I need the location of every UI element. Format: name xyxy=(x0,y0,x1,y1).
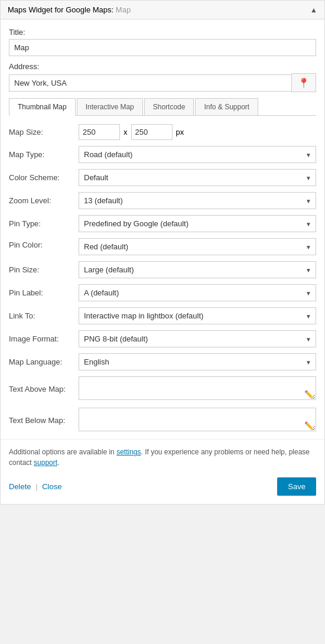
address-search-button[interactable]: 📍 xyxy=(291,73,316,92)
pin-size-wrapper: Large (default) Medium Small xyxy=(79,261,316,278)
collapse-icon[interactable]: ▲ xyxy=(310,6,317,14)
link-to-label: Link To: xyxy=(9,311,74,320)
title-input[interactable] xyxy=(9,39,316,56)
color-scheme-wrapper: Default Light Dark xyxy=(79,169,316,186)
map-size-inputs: x px xyxy=(79,124,316,140)
image-format-wrapper: PNG 8-bit (default) PNG 32-bit JPEG xyxy=(79,330,316,347)
settings-link[interactable]: settings xyxy=(116,448,141,456)
pin-type-wrapper: Predefined by Google (default) Custom xyxy=(79,215,316,232)
support-link[interactable]: support xyxy=(34,458,57,467)
text-above-label: Text Above Map: xyxy=(9,385,74,393)
color-scheme-label: Color Scheme: xyxy=(9,173,74,182)
text-above-input[interactable] xyxy=(79,376,316,400)
map-type-wrapper: Road (default) Satellite Hybrid Terrain xyxy=(79,146,316,163)
text-below-input[interactable] xyxy=(79,408,316,431)
zoom-level-select[interactable]: 13 (default) 1 5 10 15 18 xyxy=(79,192,316,209)
map-size-unit: px xyxy=(176,128,184,136)
map-type-label: Map Type: xyxy=(9,150,74,159)
widget-header: Maps Widget for Google Maps: Map ▲ xyxy=(1,1,324,19)
address-row: Address: 📍 xyxy=(9,62,316,92)
map-size-label: Map Size: xyxy=(9,128,74,136)
text-below-label: Text Below Map: xyxy=(9,416,74,425)
settings-grid: Map Size: x px Map Type: Road (default) … xyxy=(9,124,316,433)
tab-bar: Thumbnail Map Interactive Map Shortcode … xyxy=(9,98,316,116)
address-label: Address: xyxy=(9,62,316,71)
title-label: Title: xyxy=(9,28,316,37)
location-pin-icon: 📍 xyxy=(298,77,310,89)
pin-type-select[interactable]: Predefined by Google (default) Custom xyxy=(79,215,316,232)
link-to-wrapper: Interactive map in lightbox (default) No… xyxy=(79,307,316,324)
pin-color-label: Pin Color: xyxy=(9,238,74,249)
image-format-select[interactable]: PNG 8-bit (default) PNG 32-bit JPEG xyxy=(79,330,316,347)
image-format-label: Image Format: xyxy=(9,334,74,343)
map-width-input[interactable] xyxy=(79,124,120,140)
zoom-level-label: Zoom Level: xyxy=(9,196,74,205)
tab-info-support[interactable]: Info & Support xyxy=(195,98,258,115)
map-language-wrapper: English French German Spanish xyxy=(79,353,316,370)
save-button[interactable]: Save xyxy=(277,477,316,496)
close-link[interactable]: Close xyxy=(42,482,61,491)
widget-title: Maps Widget for Google Maps: Map xyxy=(8,5,131,14)
title-row: Title: xyxy=(9,28,316,56)
text-above-wrapper: ✏️ xyxy=(79,376,316,402)
delete-link[interactable]: Delete xyxy=(9,482,31,491)
link-to-select[interactable]: Interactive map in lightbox (default) No… xyxy=(79,307,316,324)
tab-interactive-map[interactable]: Interactive Map xyxy=(77,98,143,115)
pin-size-select[interactable]: Large (default) Medium Small xyxy=(79,261,316,278)
footer-links: Delete | Close xyxy=(9,482,61,491)
map-language-select[interactable]: English French German Spanish xyxy=(79,353,316,370)
color-scheme-select[interactable]: Default Light Dark xyxy=(79,169,316,186)
address-field-row: 📍 xyxy=(9,73,316,92)
text-below-wrapper: ✏️ xyxy=(79,408,316,433)
zoom-level-wrapper: 13 (default) 1 5 10 15 18 xyxy=(79,192,316,209)
map-height-input[interactable] xyxy=(131,124,173,140)
pin-color-select[interactable]: Red (default) Blue Green Yellow Purple xyxy=(79,238,316,255)
address-input[interactable] xyxy=(9,74,291,92)
tab-thumbnail-map[interactable]: Thumbnail Map xyxy=(9,98,76,116)
map-type-select[interactable]: Road (default) Satellite Hybrid Terrain xyxy=(79,146,316,163)
pin-size-label: Pin Size: xyxy=(9,265,74,274)
pin-label-wrapper: A (default) B C None xyxy=(79,284,316,301)
tab-shortcode[interactable]: Shortcode xyxy=(144,98,194,115)
pin-label-label: Pin Label: xyxy=(9,288,74,297)
map-language-label: Map Language: xyxy=(9,357,74,366)
widget-body: Title: Address: 📍 Thumbnail Map Interact… xyxy=(1,19,324,439)
pin-type-label: Pin Type: xyxy=(9,219,74,228)
pin-color-wrapper: Red (default) Blue Green Yellow Purple xyxy=(79,238,316,255)
footer-info: Additional options are available in sett… xyxy=(1,439,324,473)
pin-label-select[interactable]: A (default) B C None xyxy=(79,284,316,301)
footer-actions: Delete | Close Save xyxy=(1,473,324,504)
